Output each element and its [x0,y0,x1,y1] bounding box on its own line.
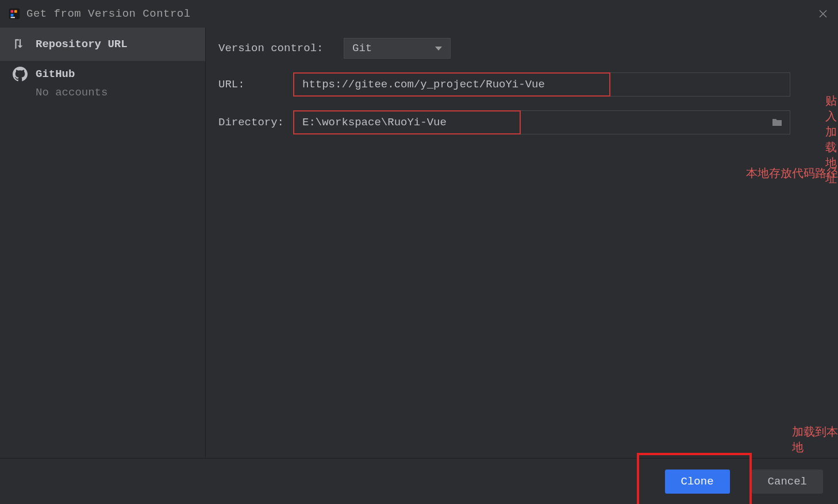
cancel-button[interactable]: Cancel [752,470,823,494]
svg-rect-3 [11,14,14,17]
folder-icon[interactable] [771,118,783,127]
window-title: Get from Version Control [26,7,191,20]
svg-rect-2 [14,10,17,13]
sidebar-item-label: Repository URL [36,38,128,51]
main-panel: Version control: Git URL: Directory: [206,28,838,458]
url-input-extension [610,72,790,97]
vcs-label: Version control: [218,42,339,55]
github-no-accounts: No accounts [36,86,193,99]
annotation-clone: 加载到本地 [792,424,838,455]
sidebar-item-repository-url[interactable]: Repository URL [0,28,205,61]
repo-url-icon [13,37,28,52]
sidebar-item-github[interactable]: GitHub No accounts [0,61,205,100]
directory-label: Directory: [218,116,293,129]
titlebar: Get from Version Control [0,0,838,28]
directory-input[interactable] [293,110,521,134]
sidebar-item-label: GitHub [36,68,75,80]
svg-rect-1 [11,10,14,13]
url-label: URL: [218,78,293,91]
footer: Clone Cancel [0,458,838,504]
sidebar: Repository URL GitHub No accounts [0,28,206,458]
chevron-down-icon [435,47,442,51]
close-icon[interactable] [818,9,828,18]
intellij-icon [8,7,21,20]
clone-button[interactable]: Clone [665,470,730,494]
svg-rect-4 [11,17,15,18]
directory-input-extension [521,110,790,134]
vcs-select[interactable]: Git [344,38,451,59]
annotation-directory: 本地存放代码路径 [746,166,838,181]
vcs-select-value: Git [352,42,372,55]
github-icon [13,67,28,82]
url-input[interactable] [293,72,610,97]
